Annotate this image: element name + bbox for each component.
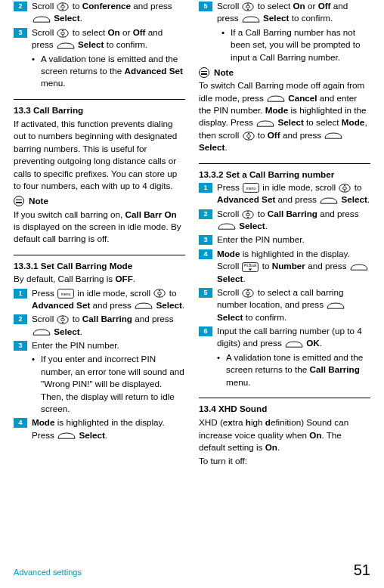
step-4: 4 Mode is highlighted in the display. Sc… bbox=[199, 248, 370, 285]
step-text: Scroll to Conference and press Select. bbox=[32, 0, 185, 25]
step-text: Enter the PIN number. bbox=[217, 234, 370, 246]
step-text: Enter the PIN number. bbox=[32, 339, 185, 351]
svg-text:Ph.Book: Ph.Book bbox=[244, 264, 258, 268]
nav-key-icon bbox=[242, 210, 254, 219]
step-text: Input the call barring number (up to 4 d… bbox=[217, 325, 370, 350]
svg-point-4 bbox=[61, 32, 65, 35]
subsection-heading-13-3-1: 13.3.1 Set Call Barring Mode bbox=[14, 260, 185, 272]
nav-key-icon bbox=[57, 29, 69, 38]
note-body: To switch Call Barring mode off again fr… bbox=[199, 79, 370, 153]
softkey-icon bbox=[135, 302, 153, 310]
step-number: 1 bbox=[14, 289, 27, 299]
step-text: Mode is highlighted in the display. Scro… bbox=[217, 248, 370, 285]
bullet: A validation tone is emitted and the scr… bbox=[14, 53, 185, 90]
step-2: 2 Scroll to Call Barring and press Selec… bbox=[14, 313, 185, 338]
bullet-text: A validation tone is emitted and the scr… bbox=[41, 53, 185, 90]
step-text: Scroll to select a call barring number l… bbox=[217, 286, 370, 323]
svg-point-1 bbox=[61, 5, 65, 8]
section-heading-13-4: 13.4 XHD Sound bbox=[199, 403, 370, 415]
nav-key-icon bbox=[243, 132, 255, 141]
step-number: 5 bbox=[199, 2, 212, 11]
divider bbox=[14, 99, 185, 100]
note-label: Note bbox=[214, 67, 234, 79]
svg-point-16 bbox=[246, 5, 250, 8]
svg-point-21 bbox=[246, 135, 250, 138]
softkey-icon bbox=[350, 263, 368, 271]
step-number: 2 bbox=[14, 314, 27, 324]
step-number: 2 bbox=[199, 209, 212, 219]
section-body: XHD (extra high definition) Sound can in… bbox=[199, 416, 370, 453]
right-column: 5 Scroll to select On or Off and press S… bbox=[199, 0, 370, 469]
step-4: 4 Mode is highlighted in the display. Pr… bbox=[14, 416, 185, 441]
step-5: 5 Scroll to select a call barring number… bbox=[199, 286, 370, 323]
subsection-heading-13-3-2: 13.3.2 Set a Call Barring number bbox=[199, 169, 370, 181]
note-icon bbox=[199, 67, 209, 78]
note-heading: Note bbox=[199, 67, 370, 79]
nav-key-icon bbox=[57, 315, 69, 324]
nav-key-icon bbox=[57, 2, 69, 11]
divider bbox=[14, 255, 185, 255]
step-1: 1 Press menu in idle mode, scroll to Adv… bbox=[199, 181, 370, 206]
softkey-icon bbox=[33, 15, 51, 23]
softkey-icon bbox=[327, 302, 345, 310]
step-6: 6 Input the call barring number (up to 4… bbox=[199, 325, 370, 350]
step-number: 3 bbox=[14, 28, 27, 38]
menu-key-icon: menu bbox=[243, 183, 259, 193]
svg-text:menu: menu bbox=[61, 292, 71, 296]
step-number: 5 bbox=[199, 288, 212, 298]
note-label: Note bbox=[29, 195, 48, 207]
step-2: 2 Scroll to Conference and press Select. bbox=[14, 0, 185, 25]
bullet: If you enter and incorrect PIN number, a… bbox=[14, 353, 185, 415]
bullet-text: If a Call Barring number has not been se… bbox=[231, 26, 370, 63]
svg-point-9 bbox=[158, 292, 162, 296]
step-number: 3 bbox=[199, 235, 212, 245]
step-text: Mode is highlighted in the display. Pres… bbox=[32, 416, 185, 441]
step-text: Scroll to select On or Off and press Sel… bbox=[217, 0, 370, 25]
note-icon bbox=[14, 196, 24, 206]
step-5: 5 Scroll to select On or Off and press S… bbox=[199, 0, 370, 25]
softkey-icon bbox=[320, 197, 338, 205]
softkey-icon bbox=[57, 432, 76, 440]
nav-key-icon bbox=[242, 2, 254, 11]
divider bbox=[199, 163, 370, 164]
softkey-icon bbox=[324, 132, 342, 140]
svg-point-29 bbox=[246, 213, 250, 216]
svg-point-35 bbox=[246, 292, 250, 295]
step-text: Scroll to Call Barring and press Select. bbox=[217, 208, 370, 233]
step-number: 4 bbox=[14, 418, 27, 428]
softkey-icon bbox=[256, 119, 274, 128]
nav-key-icon bbox=[339, 184, 351, 193]
step-number: 3 bbox=[14, 341, 27, 351]
section-body: If activated, this function prevents dia… bbox=[14, 118, 185, 192]
nav-key-icon bbox=[153, 289, 166, 298]
menu-key-icon: menu bbox=[57, 289, 74, 299]
step-number: 4 bbox=[199, 249, 212, 259]
section-heading-13-3: 13.3 Call Barring bbox=[14, 104, 185, 116]
down-key-icon: Ph.Book bbox=[242, 262, 259, 272]
bullet: If a Call Barring number has not been se… bbox=[199, 26, 370, 63]
svg-text:menu: menu bbox=[246, 186, 256, 190]
step-3: 3 Enter the PIN number. bbox=[199, 234, 370, 246]
step-number: 1 bbox=[199, 183, 212, 193]
softkey-icon bbox=[218, 222, 236, 231]
note-heading: Note bbox=[14, 195, 185, 207]
step-text: Press menu in idle mode, scroll to Advan… bbox=[217, 181, 370, 206]
bullet-text: A validation tone is emitted and the scr… bbox=[226, 351, 370, 388]
step-text: Press menu in idle mode, scroll to Advan… bbox=[32, 287, 185, 312]
step-1: 1 Press menu in idle mode, scroll to Adv… bbox=[14, 287, 185, 312]
bullet-text: If you enter and incorrect PIN number, a… bbox=[41, 353, 185, 415]
softkey-icon bbox=[267, 94, 285, 103]
page-footer: Advanced settings 51 bbox=[14, 559, 370, 580]
section-body: To turn it off: bbox=[199, 455, 370, 467]
left-column: 2 Scroll to Conference and press Select.… bbox=[14, 0, 185, 469]
step-3: 3 Scroll to select On or Off and press S… bbox=[14, 26, 185, 51]
softkey-icon bbox=[285, 340, 303, 348]
subsection-intro: By default, Call Barring is OFF. bbox=[14, 273, 185, 285]
softkey-icon bbox=[57, 42, 75, 50]
softkey-icon bbox=[33, 328, 51, 336]
step-text: Scroll to Call Barring and press Select. bbox=[32, 313, 185, 338]
step-3: 3 Enter the PIN number. bbox=[14, 339, 185, 351]
divider bbox=[199, 398, 370, 398]
footer-section-name: Advanced settings bbox=[14, 567, 82, 578]
svg-point-12 bbox=[61, 318, 65, 321]
